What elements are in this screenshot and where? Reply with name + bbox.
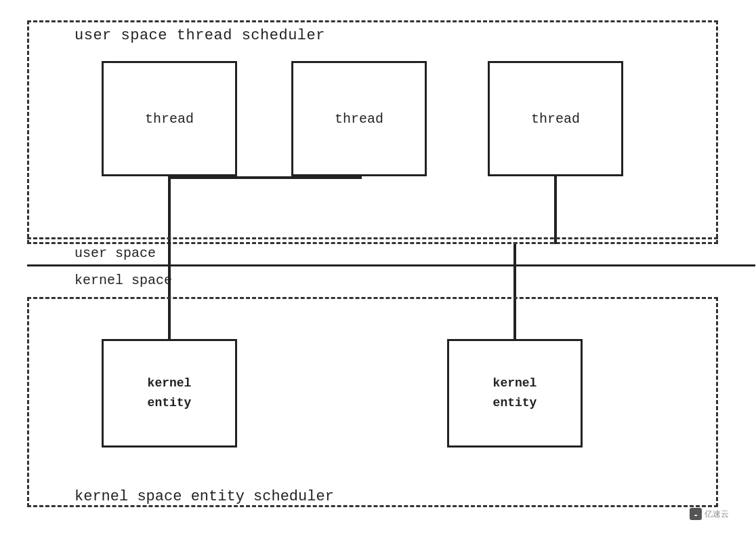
kernel-entity-label-2: kernelentity — [493, 374, 537, 413]
kernel-entity-box-2: kernelentity — [447, 339, 583, 447]
diagram-container: user space thread scheduler thread threa… — [20, 14, 736, 523]
thread-label-3: thread — [531, 111, 580, 127]
kernel-space-scheduler-label: kernel space entity scheduler — [75, 488, 334, 505]
boundary-line — [27, 264, 755, 266]
watermark-text: 亿速云 — [705, 509, 729, 520]
dashed-separator-line — [27, 237, 718, 239]
thread-box-1: thread — [102, 61, 237, 176]
kernel-space-label: kernel space — [75, 273, 172, 288]
watermark: ☁ 亿速云 — [690, 508, 729, 520]
connector-thread3-vertical — [554, 176, 557, 244]
connector-thread1-2-horizontal — [168, 176, 362, 179]
watermark-icon: ☁ — [690, 508, 702, 520]
thread-label-1: thread — [145, 111, 194, 127]
connector-thread1-vertical — [168, 176, 171, 244]
user-space-scheduler-label: user space thread scheduler — [75, 27, 325, 44]
user-space-label: user space — [75, 245, 156, 261]
kernel-entity-box-1: kernelentity — [102, 339, 237, 447]
thread-label-2: thread — [335, 111, 383, 127]
thread-box-3: thread — [488, 61, 623, 176]
thread-box-2: thread — [291, 61, 427, 176]
kernel-entity-label-1: kernelentity — [148, 374, 192, 413]
